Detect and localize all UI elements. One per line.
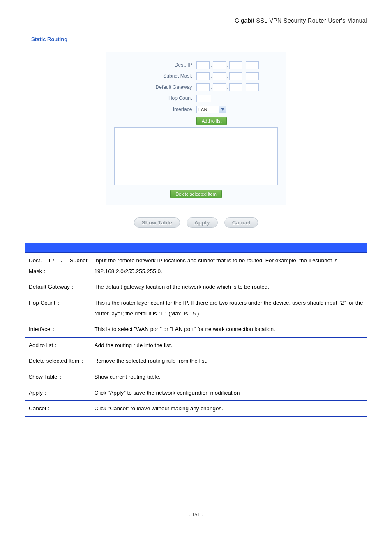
table-cell-item: Delete selected Item： [25,353,91,369]
static-routing-panel: Dest. IP : . . . Subnet Mask : . . . [106,52,286,205]
table-cell-item: Interface： [25,321,91,338]
table-row: Add to list：Add the routing rule into th… [25,337,367,353]
hop-count-label: Hop Count : [114,95,196,102]
dest-ip-octet-3[interactable] [229,61,242,69]
table-cell-desc: Click "Apply" to save the network config… [91,385,367,401]
table-cell-desc: Remove the selected routing rule from th… [91,353,367,369]
table-cell-desc: The default gateway location of the netw… [91,279,367,295]
table-cell-item: Cancel： [25,401,91,417]
dest-ip-label: Dest. IP : [114,61,196,69]
section-heading-line [71,39,367,39]
table-row: Delete selected Item：Remove the selected… [25,353,367,369]
table-cell-desc: This is to select "WAN port" or "LAN por… [91,321,367,338]
subnet-mask-label: Subnet Mask : [114,72,196,80]
table-row: Show Table：Show current routing table. [25,369,367,385]
interface-value: LAN [198,106,207,113]
hop-count-input[interactable] [196,95,211,102]
apply-button[interactable]: Apply [187,217,218,228]
gateway-octet-4[interactable] [246,83,259,91]
table-cell-desc: Click "Cancel" to leave without making a… [91,401,367,417]
table-cell-desc: Show current routing table. [91,369,367,385]
dest-ip-inputs: . . . [196,61,259,69]
default-gateway-label: Default Gateway : [114,83,196,91]
table-row: Interface：This is to select "WAN port" o… [25,321,367,338]
subnet-octet-4[interactable] [246,72,259,80]
table-cell-item: Show Table： [25,369,91,385]
page-footer: - 151 - [25,508,367,519]
dest-ip-octet-4[interactable] [246,61,259,69]
table-row: Default Gateway：The default gateway loca… [25,279,367,295]
chevron-down-icon [219,106,226,113]
action-row: Show Table Apply Cancel [25,217,367,228]
subnet-mask-inputs: . . . [196,72,259,80]
table-cell-desc: This is the router layer count for the I… [91,295,367,321]
gateway-octet-1[interactable] [196,83,210,91]
table-cell-desc: Input the remote network IP locations an… [91,253,367,279]
table-row: Cancel：Click "Cancel" to leave without m… [25,401,367,417]
doc-header: Gigabit SSL VPN Security Router User's M… [25,16,367,28]
interface-select[interactable]: LAN [196,106,226,113]
cancel-button[interactable]: Cancel [224,217,258,228]
subnet-octet-2[interactable] [213,72,226,80]
default-gateway-inputs: . . . [196,83,259,91]
dest-ip-octet-2[interactable] [213,61,226,69]
gateway-octet-2[interactable] [213,83,226,91]
add-to-list-button[interactable]: Add to list [196,117,227,125]
table-cell-item: Add to list： [25,337,91,353]
section-title: Static Routing [25,35,71,44]
table-cell-item: Dest. IP / Subnet Mask： [25,253,91,279]
table-header-item [25,243,91,253]
section-heading-row: Static Routing [25,35,367,44]
subnet-octet-3[interactable] [229,72,242,80]
page-number: - 151 - [188,511,204,518]
delete-selected-button[interactable]: Delete selected item [170,190,222,198]
gateway-octet-3[interactable] [229,83,242,91]
subnet-octet-1[interactable] [196,72,210,80]
interface-label: Interface : [114,106,196,113]
table-cell-item: Hop Count： [25,295,91,321]
routing-list-box[interactable] [114,127,278,185]
table-row: Dest. IP / Subnet Mask：Input the remote … [25,253,367,279]
table-row: Apply：Click "Apply" to save the network … [25,385,367,401]
table-cell-desc: Add the routing rule into the list. [91,337,367,353]
dest-ip-octet-1[interactable] [196,61,210,69]
info-table: Dest. IP / Subnet Mask：Input the remote … [25,243,367,418]
table-header-desc [91,243,367,253]
table-cell-item: Default Gateway： [25,279,91,295]
table-row: Hop Count：This is the router layer count… [25,295,367,321]
show-table-button[interactable]: Show Table [134,217,180,228]
table-cell-item: Apply： [25,385,91,401]
